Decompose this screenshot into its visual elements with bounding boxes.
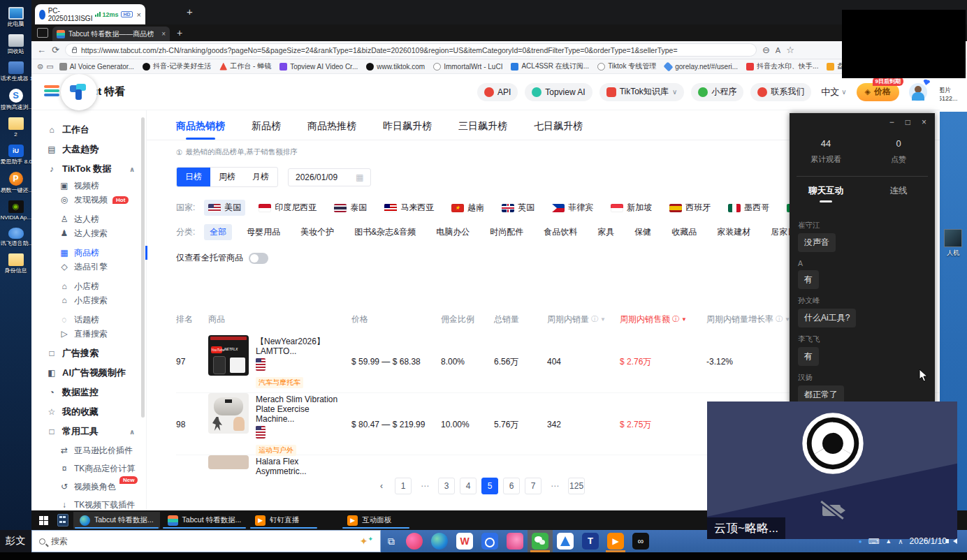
taskbar-app-douyin[interactable]: [402, 530, 427, 552]
sort-icon[interactable]: ▼: [681, 316, 687, 323]
tray-app-icon[interactable]: ●: [859, 538, 862, 545]
desktop-icon-sogou[interactable]: S搜狗高速浏...: [0, 89, 31, 110]
country-mx[interactable]: 墨西哥: [724, 200, 773, 216]
nav-mini-program[interactable]: 小程序: [691, 83, 743, 101]
period-monthly[interactable]: 月榜: [244, 168, 277, 186]
page-1[interactable]: 1: [395, 478, 412, 494]
desktop-icon-nvidia[interactable]: ◉NVIDIA Ap...: [0, 200, 31, 221]
tab-actions-icon[interactable]: [37, 28, 48, 38]
bookmark[interactable]: AI Voice Generator...: [57, 63, 137, 71]
desktop-icon-folder-2[interactable]: 2: [0, 117, 31, 138]
sortable-header[interactable]: 周期内销量ⓘ▼: [547, 314, 620, 325]
sortable-header-active[interactable]: 周期内销售额ⓘ▼: [620, 314, 706, 325]
category-fashion[interactable]: 时尚配件: [484, 224, 529, 240]
sidebar-item-market-trend[interactable]: ▤大盘趋势: [47, 140, 146, 159]
language-selector[interactable]: 中文∨: [821, 86, 846, 98]
sidebar-item-product-engine[interactable]: ◇选品引擎: [47, 260, 146, 274]
sidebar-item-ad-search[interactable]: □广告搜索: [47, 344, 146, 363]
maximize-icon[interactable]: □: [906, 117, 910, 127]
close-icon[interactable]: ×: [922, 117, 926, 127]
desktop-icon-xunfei[interactable]: 讯飞语音助...: [0, 228, 31, 246]
avatar[interactable]: [909, 83, 927, 101]
calculator-button[interactable]: [54, 512, 72, 529]
sidebar-item-goods-rank[interactable]: ▦商品榜: [47, 246, 146, 260]
tab-new-products[interactable]: 新品榜: [252, 120, 281, 140]
bookmark[interactable]: 工作台 - 蝉镜: [217, 61, 274, 71]
product-title[interactable]: Halara Flex Asymmetric...: [256, 457, 347, 476]
close-tab-icon[interactable]: ×: [161, 30, 166, 38]
sidebar-item-creator-search[interactable]: ♟达人搜索: [47, 226, 146, 240]
category-home-improvement[interactable]: 家装建材: [711, 224, 756, 240]
desktop-icon-script-gen[interactable]: 话术生成器 12.0版: [0, 61, 31, 82]
browser-tab[interactable]: Tabcut 特看数据——商品榜 ×: [52, 27, 170, 41]
sidebar-item-ai-ad-video[interactable]: ◧AI广告视频制作: [47, 363, 146, 383]
new-tab-icon[interactable]: +: [177, 27, 182, 38]
collapse-icon[interactable]: ∧: [129, 165, 135, 173]
sidebar-item-favorites[interactable]: ☆我的收藏: [47, 402, 146, 422]
sidebar-item-workbench[interactable]: ⌂工作台: [47, 120, 146, 140]
nav-tiktok-wiki[interactable]: TikTok知识库∨: [599, 83, 685, 101]
tab-7day-rising[interactable]: 七日飙升榜: [534, 120, 583, 140]
sidebar-item-discover-video[interactable]: ◎发现视频Hot: [47, 193, 146, 207]
desktop-icon-renji[interactable]: 人机: [939, 229, 967, 258]
page-3[interactable]: 3: [438, 478, 455, 494]
bookmark[interactable]: Tiktok 专线管理: [595, 61, 659, 71]
category-computer[interactable]: 电脑办公: [430, 224, 475, 240]
nav-contact[interactable]: 联系我们: [750, 83, 811, 101]
category-furniture[interactable]: 家具: [592, 224, 620, 240]
new-session-icon[interactable]: +: [187, 6, 193, 17]
bookmark[interactable]: Topview AI Video Cr...: [277, 63, 361, 71]
product-title[interactable]: 【NewYear2026】LAMTTO...: [256, 337, 347, 356]
price-button[interactable]: ◈ 价格 9日后到期: [857, 83, 899, 101]
country-gb[interactable]: 英国: [497, 200, 539, 216]
product-title[interactable]: Merach Slim Vibration Plate Exercise Mac…: [256, 395, 347, 424]
country-es[interactable]: 西班牙: [665, 200, 715, 216]
tray-expand-icon[interactable]: ∧: [898, 538, 903, 545]
bookmark[interactable]: gorelay.net/#/useri...: [662, 63, 741, 71]
sidebar-group-tiktok-data[interactable]: ♪TikTok 数据∧: [47, 159, 146, 179]
country-vn[interactable]: 越南: [447, 200, 488, 216]
taskbar-app-capcut[interactable]: ∞: [628, 530, 653, 552]
tray-date[interactable]: 2026/1/10: [910, 536, 947, 546]
tab-yesterday-rising[interactable]: 昨日飙升榜: [383, 120, 432, 140]
sidebar-item-tk-downloader[interactable]: ↓TK视频下载插件: [47, 496, 146, 510]
sidebar-item-video-swap[interactable]: ↺视频换角色New: [47, 478, 146, 496]
period-daily[interactable]: 日榜: [177, 168, 210, 186]
sidebar-item-amazon-compare[interactable]: ⇄亚马逊比价插件: [47, 441, 146, 459]
country-us[interactable]: 美国: [204, 200, 245, 216]
sidebar-item-data-monitor[interactable]: ◔数据监控: [47, 383, 146, 402]
back-icon[interactable]: ←: [37, 45, 46, 55]
taskbar-app-wechat[interactable]: [528, 530, 553, 552]
zoom-out-icon[interactable]: ⊖: [762, 45, 770, 55]
sidebar-toggle-icon[interactable]: ⊜: [37, 62, 43, 71]
nav-api[interactable]: API: [477, 83, 518, 101]
category-collectibles[interactable]: 收藏品: [666, 224, 702, 240]
tab-3day-rising[interactable]: 三日飙升榜: [458, 120, 507, 140]
country-sg[interactable]: 新加坡: [606, 200, 656, 216]
country-my[interactable]: 马来西亚: [380, 200, 438, 216]
sidebar-item-creator-rank[interactable]: ♙达人榜: [47, 212, 146, 226]
sidebar-item-topic-rank[interactable]: ◌话题榜: [47, 313, 146, 327]
desktop-icon-aisi[interactable]: iU爱思助手 8.0(64位): [0, 145, 31, 165]
bookmark[interactable]: 抖音去水印、快手...: [743, 61, 821, 71]
read-aloud-icon[interactable]: A: [776, 46, 780, 54]
taskbar-app-wps[interactable]: W: [452, 530, 477, 552]
bookmarks-folder-icon[interactable]: ▭: [46, 62, 53, 71]
taskbar-search[interactable]: 搜索 ✦✦: [31, 530, 381, 552]
close-session-icon[interactable]: ×: [137, 10, 141, 19]
sidebar-item-video-rank[interactable]: ▣视频榜: [47, 179, 146, 193]
keyboard-icon[interactable]: ⌨: [868, 537, 879, 546]
category-baby[interactable]: 母婴用品: [241, 224, 286, 240]
sidebar-item-shop-rank[interactable]: ⌂小店榜: [47, 279, 146, 293]
page-7[interactable]: 7: [525, 478, 541, 494]
country-ph[interactable]: 菲律宾: [548, 200, 597, 216]
tab-chat-interaction[interactable]: 聊天互动: [790, 185, 862, 202]
taskbar-app-dingtalk[interactable]: ▶: [603, 530, 628, 552]
prev-page-icon[interactable]: ‹: [373, 478, 390, 494]
category-beauty[interactable]: 美妆个护: [295, 224, 340, 240]
desktop-icon-identity[interactable]: 身份信息: [0, 253, 31, 274]
bookmark[interactable]: www.tiktok.com: [363, 63, 428, 71]
managed-toggle[interactable]: [249, 253, 268, 264]
refresh-icon[interactable]: ⟳: [52, 45, 59, 55]
sidebar-group-tools[interactable]: □常用工具∧: [47, 422, 146, 441]
